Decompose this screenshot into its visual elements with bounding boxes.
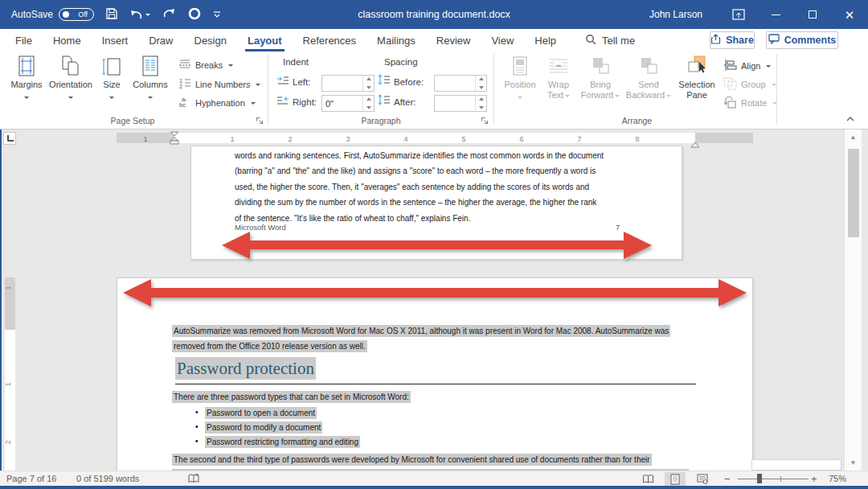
right-indent-marker-icon[interactable]: [690, 137, 700, 151]
maximize-icon[interactable]: [794, 0, 831, 29]
zoom-out-icon[interactable]: −: [724, 471, 731, 486]
rotate-button[interactable]: Rotate: [723, 96, 777, 110]
save-icon[interactable]: [105, 7, 118, 23]
vertical-ruler[interactable]: 1 1 2: [5, 277, 15, 471]
tab-home[interactable]: Home: [43, 29, 92, 51]
spacing-after-field[interactable]: [434, 95, 487, 112]
indent-heading: Indent: [283, 57, 309, 67]
ruler-number: 4: [402, 135, 410, 143]
group-button[interactable]: Group: [723, 77, 776, 92]
read-mode-icon[interactable]: [637, 472, 658, 486]
print-layout-icon[interactable]: [665, 472, 686, 486]
size-button[interactable]: Size: [96, 53, 127, 100]
red-arrow-annotation[interactable]: [250, 240, 624, 249]
tab-mailings[interactable]: Mailings: [366, 29, 426, 51]
qat-customize-icon[interactable]: [213, 10, 221, 18]
page-setup-group-label: Page Setup: [0, 116, 265, 125]
send-backward-icon: [625, 55, 672, 78]
tab-file[interactable]: File: [5, 29, 43, 51]
position-button[interactable]: Position: [502, 53, 538, 100]
ruler-number: 1: [4, 382, 12, 386]
group-icon: [723, 77, 737, 92]
web-layout-icon[interactable]: [692, 472, 713, 486]
spacing-after-spinner[interactable]: [475, 96, 486, 111]
selection-pane-icon: [675, 55, 719, 78]
group-caret-icon: [772, 84, 776, 88]
tab-layout[interactable]: Layout: [237, 29, 293, 51]
indent-right-spinner[interactable]: [362, 96, 374, 111]
wrap-text-button[interactable]: Wrap Text: [540, 53, 577, 101]
columns-button[interactable]: Columns: [129, 53, 172, 100]
undo-icon[interactable]: [129, 9, 150, 21]
hyphenation-button[interactable]: a-bc Hyphenation: [178, 96, 256, 109]
zoom-slider-thumb[interactable]: [757, 474, 762, 483]
line-numbers-button[interactable]: 12 Line Numbers: [178, 77, 260, 91]
red-arrow-annotation[interactable]: [151, 288, 719, 298]
indent-left-input[interactable]: [322, 76, 362, 91]
zoom-in-icon[interactable]: +: [811, 471, 817, 486]
indent-right-field[interactable]: [321, 95, 375, 112]
word-count[interactable]: 0 of 5199 words: [76, 471, 139, 486]
bring-forward-button[interactable]: Bring Forward: [579, 53, 622, 101]
autosave-switch[interactable]: Off: [59, 8, 94, 21]
send-backward-button[interactable]: Send Backward: [625, 53, 672, 101]
tab-selector[interactable]: [3, 132, 16, 145]
margins-button[interactable]: Margins: [8, 53, 45, 100]
spacing-before-field[interactable]: [434, 75, 487, 92]
breaks-caret-icon: [228, 64, 233, 69]
tell-me-search[interactable]: Tell me: [585, 29, 635, 51]
indent-marker-icon[interactable]: [170, 131, 179, 149]
scroll-down-icon[interactable]: ▼: [845, 456, 862, 470]
spacing-before-input[interactable]: [435, 76, 475, 91]
page-indicator[interactable]: Page 7 of 16: [6, 471, 56, 486]
indent-right-input[interactable]: [322, 96, 362, 111]
position-caret-icon: [518, 97, 522, 101]
orientation-button[interactable]: Orientation: [47, 53, 95, 100]
indent-left-field[interactable]: [321, 75, 375, 92]
share-label: Share: [726, 35, 754, 46]
ruler-number: 8: [633, 135, 641, 143]
indent-left-label: Left:: [293, 77, 310, 87]
selected-text-line: There are three password types that can …: [172, 389, 411, 405]
tab-draw[interactable]: Draw: [138, 29, 183, 51]
comments-button[interactable]: Comments: [766, 31, 838, 49]
line-numbers-caret-icon: [256, 84, 260, 88]
page-7[interactable]: words and ranking sentences. First, Auto…: [190, 146, 682, 260]
user-name[interactable]: John Larson: [632, 9, 720, 20]
zoom-slider-track[interactable]: [738, 479, 809, 479]
align-button[interactable]: Align: [723, 59, 771, 73]
collapse-ribbon-icon[interactable]: [845, 114, 855, 124]
tab-help[interactable]: Help: [524, 29, 567, 51]
proofing-icon[interactable]: [187, 471, 200, 486]
breaks-button[interactable]: Breaks: [178, 59, 233, 72]
rotate-icon: [723, 96, 737, 110]
page-8[interactable]: AutoSummarize was removed from Microsoft…: [117, 277, 753, 471]
zoom-level[interactable]: 75%: [829, 471, 846, 486]
ruler-number: 1: [228, 135, 236, 143]
window-edge: [0, 129, 2, 471]
tab-review[interactable]: Review: [426, 29, 481, 51]
autosave-toggle[interactable]: AutoSave Off: [11, 8, 94, 21]
share-button[interactable]: Share: [710, 31, 755, 49]
close-icon[interactable]: ✕: [831, 0, 868, 29]
horizontal-ruler[interactable]: 1 1 2 3 4 5 6 7 8: [117, 133, 753, 143]
tab-insert[interactable]: Insert: [92, 29, 139, 51]
spacing-after-input[interactable]: [435, 96, 475, 111]
indent-left-spinner[interactable]: [362, 76, 374, 91]
svg-text:2: 2: [179, 84, 182, 89]
horizontal-scrollbar[interactable]: [751, 459, 841, 471]
selection-pane-button[interactable]: Selection Pane: [675, 53, 719, 101]
scrollbar-thumb[interactable]: [848, 149, 859, 237]
spacing-before-spinner[interactable]: [475, 76, 486, 91]
redo-icon[interactable]: [162, 7, 176, 22]
vertical-scrollbar[interactable]: ▲ ▼: [844, 129, 862, 471]
ink-ring-icon[interactable]: [187, 6, 202, 23]
document-canvas[interactable]: words and ranking sentences. First, Auto…: [0, 129, 868, 471]
page-setup-dialog-launcher-icon[interactable]: [256, 117, 265, 126]
minimize-icon[interactable]: [757, 0, 794, 29]
tab-design[interactable]: Design: [184, 29, 237, 51]
tab-view[interactable]: View: [481, 29, 524, 51]
ribbon-display-options-icon[interactable]: [720, 0, 757, 29]
tab-references[interactable]: References: [293, 29, 366, 51]
paragraph-dialog-launcher-icon[interactable]: [481, 117, 490, 126]
